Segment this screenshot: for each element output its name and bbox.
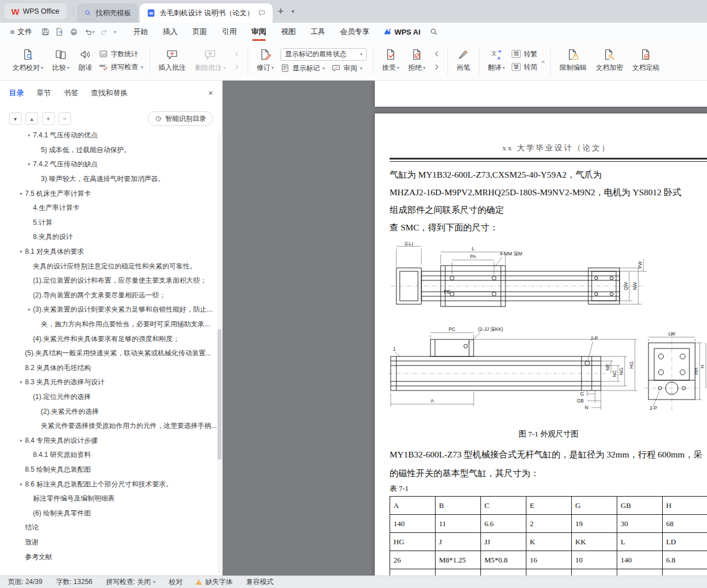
figure-7-1-drawing[interactable]: (LL) L PA 4-MM 深M YW QW NW PB: [388, 242, 707, 421]
table-cell[interactable]: GB: [617, 497, 663, 515]
menu-tab-2[interactable]: 页面: [185, 23, 215, 41]
undo-button[interactable]: ▾: [82, 26, 97, 38]
table-cell[interactable]: J: [436, 533, 481, 551]
table-cell[interactable]: 16: [526, 551, 572, 569]
doc-text-line[interactable]: MHZAJ2-16D-M9PV2,MRHQ25D-180S-M9NV2-M9N2…: [390, 183, 707, 201]
toc-item[interactable]: (4).夹紧元件和夹具体要求有足够的强度和刚度；: [0, 331, 216, 346]
search-icon[interactable]: [429, 27, 438, 36]
table-cell[interactable]: C: [481, 497, 526, 515]
export-button[interactable]: [53, 26, 66, 38]
doc-text-line[interactable]: MY1B32-600L-Z73 型机械接合式无杆气缸的，是缸径为 32mm，行程…: [390, 445, 707, 464]
toc-item[interactable]: 结论: [0, 520, 216, 535]
tab-template-search[interactable]: 找稻壳模板: [77, 3, 139, 23]
print-button[interactable]: [68, 26, 80, 38]
sidebar-scrollbar-thumb[interactable]: [217, 329, 221, 460]
toc-item[interactable]: 3) 噪声较大，在高速排气时要加消声器。: [0, 172, 216, 187]
table-cell[interactable]: 2: [526, 515, 572, 533]
toc-item[interactable]: (1).定位装置的设计和布置，应尽量使主要支承面积大些；: [0, 274, 216, 288]
panel-tab-0[interactable]: 目录: [9, 88, 24, 98]
page-header-text[interactable]: xx 大学毕业设计（论文）: [390, 143, 707, 153]
toc-item[interactable]: 夹具的设计应特别注意定位的稳定性和夹紧的可靠性。: [0, 259, 216, 274]
toc-item[interactable]: 8.5 绘制夹具总装配图: [0, 463, 216, 477]
table-cell[interactable]: H: [663, 497, 707, 515]
toc-item[interactable]: ▾(3).夹紧装置的设计则要求夹紧力足够和自锁性能好，防止...: [0, 303, 216, 317]
table-cell[interactable]: HG: [390, 533, 436, 551]
to-simplified-button[interactable]: 繁 转简: [512, 62, 537, 72]
table-cell[interactable]: JJ: [481, 533, 526, 551]
table-cell[interactable]: 140: [390, 515, 436, 533]
table-cell[interactable]: KK: [572, 533, 617, 551]
panel-tab-2[interactable]: 书签: [64, 88, 78, 98]
table-cell[interactable]: M8*1.25: [436, 551, 481, 569]
toc-item[interactable]: ▾8.1 对夹具体的要求: [0, 245, 216, 259]
restrict-editing-button[interactable]: 限制编辑: [555, 44, 591, 78]
new-tab-button[interactable]: +: [273, 6, 289, 18]
next-change-button[interactable]: [431, 62, 442, 72]
toc-expand-icon[interactable]: ▾: [25, 307, 33, 312]
insert-comment-button[interactable]: 插入批注: [154, 44, 190, 78]
compat-mode-indicator[interactable]: 兼容模式: [246, 577, 273, 587]
document-page[interactable]: xx 大学毕业设计（论文） 气缸为 MY1B32-600L-Z73,CXSM25…: [375, 114, 707, 576]
table-cell[interactable]: 6.6: [481, 515, 526, 533]
table-cell[interactable]: LD: [663, 533, 707, 551]
doc-text-line[interactable]: 气缸为 MY1B32-600L-Z73,CXSM25-40-Y59A2，气爪为: [390, 166, 707, 183]
pen-button[interactable]: 画笔: [452, 44, 475, 78]
toc-expand-icon[interactable]: ▾: [17, 482, 25, 487]
toc-item[interactable]: 4.生产率计算卡: [0, 201, 216, 216]
menu-tab-1[interactable]: 插入: [156, 23, 185, 41]
customize-toolbar-button[interactable]: ▾: [112, 28, 118, 36]
table-cell[interactable]: [663, 569, 707, 576]
figure-caption[interactable]: 图 7-1 外观尺寸图: [390, 429, 707, 439]
table-cell[interactable]: 140: [617, 551, 663, 569]
translate-button[interactable]: 翻译▾: [483, 44, 509, 78]
table-cell[interactable]: B: [436, 497, 481, 515]
undo-caret-icon[interactable]: ▾: [93, 30, 95, 35]
prev-change-button[interactable]: [431, 49, 442, 58]
markup-state-dropdown[interactable]: 显示标记的最终状态 ▾: [281, 48, 367, 61]
toc-item[interactable]: ▾8.3 夹具元件的选择与设计: [0, 375, 216, 390]
review-pane-button[interactable]: 审阅▾: [332, 64, 362, 73]
toc-expand-icon[interactable]: ▾: [17, 249, 25, 254]
toc-item[interactable]: ▾7.4.2 气压传动的缺点: [0, 157, 216, 172]
table-cell[interactable]: [617, 569, 663, 576]
toc-item[interactable]: 夹紧元件要选择接受原始作用力的元件，这里要选择手柄...: [0, 419, 216, 434]
toc-item[interactable]: 8.夹具的设计: [0, 230, 216, 245]
toc-item[interactable]: (5).夹具结构一般采用快速夹紧，联动夹紧或机械化传动装置...: [0, 346, 216, 361]
doc-text-line[interactable]: 组成部件之间联系尺寸的确定: [390, 201, 707, 219]
proofread-status[interactable]: 校对: [169, 577, 182, 587]
toc-item[interactable]: ▾7.5 机床生产率计算卡: [0, 186, 216, 201]
zoom-out-outline-button[interactable]: −: [58, 112, 71, 125]
compare-button[interactable]: 比较▾: [48, 44, 74, 78]
wps-home-tab[interactable]: W WPS Office: [5, 3, 66, 19]
missing-font-warning[interactable]: 缺失字体: [196, 577, 232, 587]
toc-item[interactable]: 8.2 夹具体的毛坯结构: [0, 361, 216, 376]
previous-page-bottom[interactable]: [375, 81, 707, 107]
table-cell[interactable]: 10: [572, 551, 617, 569]
tab-list-button[interactable]: ▾: [289, 9, 298, 14]
menu-tab-0[interactable]: 开始: [126, 23, 156, 41]
ribbon-collapse-button[interactable]: «: [541, 58, 545, 65]
reject-change-button[interactable]: 拒绝▾: [404, 44, 430, 78]
toc-item[interactable]: (6) 绘制夹具零件图: [0, 506, 216, 520]
encrypt-doc-button[interactable]: 文档加密: [591, 44, 627, 78]
table-cell[interactable]: 30: [617, 515, 663, 533]
toc-item[interactable]: 夹，施力方向和作用点要恰当，必要时可采用辅助支承...: [0, 317, 216, 332]
toc-item[interactable]: ▾8.4 专用夹具的设计步骤: [0, 433, 216, 448]
spell-check-button[interactable]: 拼写检查▾: [99, 62, 143, 72]
menu-tab-5[interactable]: 视图: [274, 23, 303, 41]
table-cell[interactable]: [436, 569, 481, 576]
toc-item[interactable]: 8.4.1 研究原始资料: [0, 448, 216, 463]
show-markup-button[interactable]: 显示标记▾: [281, 64, 325, 73]
doc-proofread-button[interactable]: 文档校对▾: [8, 44, 48, 78]
close-panel-icon[interactable]: ×: [208, 89, 213, 98]
toc-expand-icon[interactable]: ▾: [17, 438, 25, 443]
menu-tab-3[interactable]: 引用: [215, 23, 244, 41]
wps-ai-button[interactable]: WPS AI: [383, 27, 421, 36]
toc-item[interactable]: (2).导向装置的两个支承要尽量相距远一些；: [0, 288, 216, 303]
toc-item[interactable]: ▾8.6 标注夹具总装配图上个部分尺寸和技术要求。: [0, 477, 216, 492]
table-cell[interactable]: A: [390, 497, 436, 515]
toc-expand-icon[interactable]: ▾: [25, 133, 33, 138]
table-cell[interactable]: 26: [390, 551, 436, 569]
table-cell[interactable]: E: [526, 497, 572, 515]
toc-item[interactable]: 参考文献: [0, 549, 216, 564]
